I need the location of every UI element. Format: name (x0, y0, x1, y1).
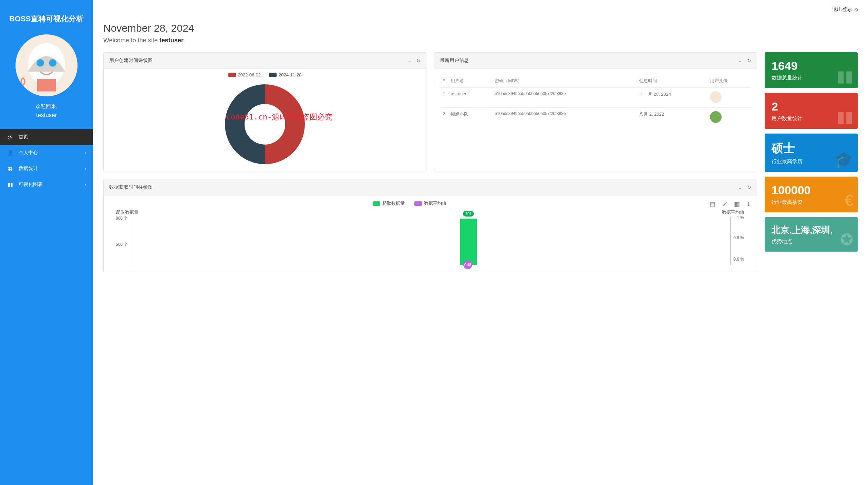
cell-user: testuser (448, 88, 492, 108)
subtitle-prefix: Welcome to the site (103, 37, 159, 44)
legend-label: 爬取数据量 (382, 200, 405, 207)
legend-label: 2022-08-02 (238, 72, 261, 77)
avatar (16, 34, 78, 96)
bar-icon[interactable]: ▥ (734, 200, 740, 208)
dashboard-icon: ◔ (8, 134, 14, 140)
nav-label: 可视化图表 (19, 181, 43, 188)
graduation-icon: 🎓 (834, 150, 854, 169)
page-header: November 28, 2024 Welcome to the site te… (93, 19, 868, 52)
legend-label: 数据平均值 (424, 200, 446, 207)
swatch-icon (228, 73, 236, 77)
refresh-icon[interactable]: ↻ (416, 58, 421, 63)
stat-value: 100000 (772, 183, 851, 197)
stat-label: 优势地点 (772, 238, 851, 245)
users-table: # 用户名 密码（MD5） 创建时间 用户头像 1 testuser (440, 74, 751, 127)
bar-legend: 爬取数据量 数据平均值 (109, 200, 710, 207)
legend-label: 2024-11-28 (279, 72, 302, 77)
sidebar: BOSS直聘可视化分析 欢迎回来, testuser ◔ 首页 👤 个人中心 ›… (0, 0, 93, 485)
stat-label: 行业最高薪资 (772, 199, 851, 205)
chevron-right-icon: › (85, 150, 86, 155)
nav-label: 首页 (19, 134, 28, 140)
page-subtitle: Welcome to the site testuser (103, 37, 858, 44)
stat-value: 北京,上海,深圳, (772, 224, 851, 236)
cell-pwd: e10adc3949ba59abbe56e057f20f883e (492, 88, 636, 108)
svg-point-3 (49, 59, 56, 67)
donut-card: 用户创建时间饼状图 ⌄ ↻ 2022-08-02 2024-11-28 (103, 52, 426, 171)
chevron-right-icon: › (85, 182, 86, 187)
subtitle-user: testuser (159, 37, 184, 44)
legend-item[interactable]: 2024-11-28 (269, 72, 302, 77)
stat-users[interactable]: 2 用户数量统计 ▮▮ (765, 93, 858, 129)
ytick-left: 600 个 (116, 242, 128, 247)
table-row: 1 testuser e10adc3949ba59abbe56e057f20f8… (440, 88, 751, 108)
nav-label: 个人中心 (19, 150, 38, 156)
nav: ◔ 首页 👤 个人中心 › ▦ 数据统计 › ▮▮ 可视化图表 › (0, 129, 93, 192)
stat-location[interactable]: 北京,上海,深圳, 优势地点 ✪ (765, 217, 858, 252)
logout-label: 退出登录 (832, 6, 852, 13)
bars-icon: ▮▮ (836, 67, 854, 85)
brand-title: BOSS直聘可视化分析 (0, 0, 93, 34)
nav-label: 数据统计 (19, 166, 38, 172)
cell-avatar (707, 88, 751, 108)
stat-salary[interactable]: 100000 行业最高薪资 € (765, 177, 858, 212)
swatch-icon (414, 201, 422, 206)
swatch-icon (373, 201, 380, 206)
refresh-icon[interactable]: ↻ (747, 58, 751, 63)
download-icon[interactable]: ⤓ (746, 200, 751, 208)
table-row: 2 蜥蜴小队 e10adc3949ba59abbe56e057f20f883e … (440, 108, 751, 128)
username-label: testuser (7, 112, 86, 119)
logout-icon: ⎋ (855, 7, 858, 12)
globe-icon: ✪ (840, 230, 854, 249)
chevron-right-icon: › (85, 166, 86, 171)
cell-time: 八月 2, 2022 (636, 108, 707, 128)
cell-idx: 2 (440, 108, 448, 128)
welcome-label: 欢迎回来, (7, 103, 86, 110)
avatar-icon (710, 91, 722, 103)
legend-item[interactable]: 数据平均值 (414, 200, 446, 207)
grid-icon: ▦ (8, 166, 14, 171)
cell-user: 蜥蜴小队 (448, 108, 492, 128)
avatar-icon (710, 111, 722, 123)
user-icon: 👤 (8, 150, 14, 156)
donut-legend: 2022-08-02 2024-11-28 (228, 72, 302, 77)
profile-block: 欢迎回来, testuser (0, 34, 93, 129)
cell-avatar (707, 108, 751, 128)
nav-personal[interactable]: 👤 个人中心 › (0, 145, 93, 161)
logout-button[interactable]: 退出登录 ⎋ (832, 6, 858, 13)
refresh-icon[interactable]: ↻ (747, 184, 751, 190)
donut-chart (225, 84, 305, 164)
col-pwd: 密码（MD5） (492, 74, 636, 88)
euro-icon: € (845, 191, 854, 210)
legend-item[interactable]: 爬取数据量 (373, 200, 405, 207)
cell-pwd: e10adc3949ba59abbe56e057f20f883e (492, 108, 636, 128)
bar-card: 数据获取时间柱状图 ⌄ ↻ ▤ ⩘ ▥ ⤓ (103, 179, 757, 272)
stat-total[interactable]: 1649 数据总量统计 ▮▮ (765, 52, 858, 88)
bar-plot: 800 个 600 个 1 % 0.8 % 0.6 % 791 0.48 (130, 217, 731, 265)
main: 退出登录 ⎋ November 28, 2024 Welcome to the … (93, 0, 868, 485)
nav-home[interactable]: ◔ 首页 (0, 129, 93, 145)
line-icon[interactable]: ⩘ (722, 200, 728, 208)
nav-stats[interactable]: ▦ 数据统计 › (0, 161, 93, 177)
card-title: 用户创建时间饼状图 (109, 57, 153, 64)
col-idx: # (440, 74, 448, 88)
nav-charts[interactable]: ▮▮ 可视化图表 › (0, 177, 93, 192)
ytick-left: 800 个 (116, 215, 128, 221)
svg-point-2 (37, 59, 44, 67)
bar-value-pill: 791 (463, 211, 474, 217)
swatch-icon (269, 73, 277, 77)
data-view-icon[interactable]: ▤ (710, 200, 715, 208)
axis-right-title: 数据平均值 (722, 209, 744, 215)
topbar: 退出登录 ⎋ (93, 0, 868, 19)
avg-dot: 0.48 (463, 260, 472, 269)
collapse-icon[interactable]: ⌄ (407, 58, 412, 63)
collapse-icon[interactable]: ⌄ (738, 184, 742, 190)
ytick-right: 1 % (737, 215, 744, 220)
card-title: 最新用户信息 (440, 57, 469, 64)
stat-degree[interactable]: 硕士 行业最高学历 🎓 (765, 134, 858, 172)
collapse-icon[interactable]: ⌄ (738, 58, 742, 63)
legend-item[interactable]: 2022-08-02 (228, 72, 261, 77)
ytick-right: 0.6 % (733, 257, 744, 262)
card-title: 数据获取时间柱状图 (109, 184, 153, 190)
bars-icon: ▮▮ (836, 107, 854, 126)
axis-left-title: 爬取数据量 (116, 209, 138, 215)
